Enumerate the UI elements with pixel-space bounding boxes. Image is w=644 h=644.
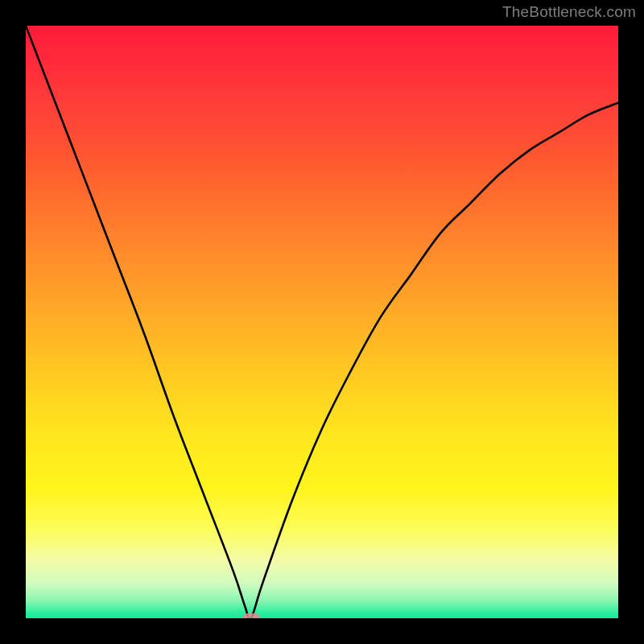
bottleneck-curve [26, 26, 618, 618]
watermark-text: TheBottleneck.com [502, 3, 636, 21]
minimum-marker [242, 613, 260, 618]
chart-container: TheBottleneck.com [0, 0, 644, 644]
plot-area [26, 26, 618, 618]
